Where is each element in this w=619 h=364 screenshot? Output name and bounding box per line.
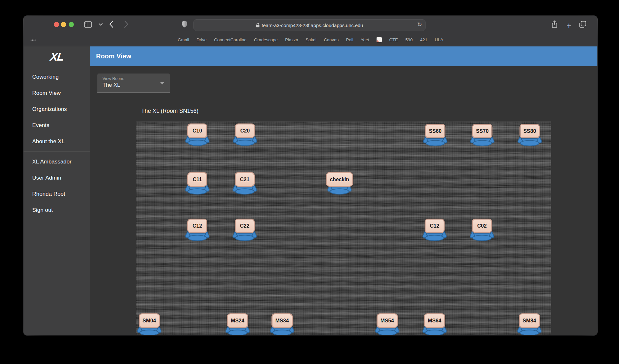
bookmark-item[interactable]: ConnectCarolina [214, 37, 247, 42]
bookmark-item[interactable]: Sakai [306, 37, 317, 42]
seat-sm04[interactable]: SM04 [136, 313, 165, 335]
seat-label: MS64 [424, 313, 445, 328]
seat-label: MS34 [271, 313, 293, 328]
bookmark-item[interactable]: 421 [420, 37, 427, 42]
seat-label: MS54 [377, 313, 398, 328]
seat-c21[interactable]: C21 [229, 172, 260, 195]
sidebar-item-sign-out[interactable]: Sign out [24, 202, 90, 218]
seat-c10[interactable]: C10 [182, 123, 213, 147]
sidebar-item-events[interactable]: Events [24, 117, 90, 133]
sidebar-item-room-view[interactable]: Room View [24, 85, 90, 101]
room-select-dropdown[interactable]: View Room: The XL [97, 74, 170, 93]
page-title: Room View [96, 53, 131, 60]
tab-overview-icon[interactable] [579, 21, 586, 28]
seat-c02[interactable]: C02 [467, 219, 497, 242]
nav-secondary: XL AmbassadorUser AdminRhonda RootSign o… [24, 154, 90, 218]
bookmark-item[interactable]: 590 [405, 37, 413, 42]
minimize-window-button[interactable] [61, 22, 66, 27]
bookmark-item[interactable]: CTE [389, 37, 398, 42]
seat-label: C02 [472, 219, 492, 233]
seat-label: SS80 [519, 124, 540, 138]
sidebar: XL CoworkingRoom ViewOrganizationsEvents… [24, 46, 90, 335]
back-button[interactable] [109, 21, 113, 28]
desktop: team-a3-comp423-23f.apps.cloudapps.unc.e… [0, 0, 619, 364]
seat-label: MS24 [227, 313, 248, 328]
browser-window: team-a3-comp423-23f.apps.cloudapps.unc.e… [24, 16, 597, 335]
room-map-title: The XL (Room SN156) [141, 108, 198, 114]
sidebar-item-organizations[interactable]: Organizations [24, 101, 90, 117]
nav-primary: CoworkingRoom ViewOrganizationsEventsAbo… [24, 69, 90, 150]
sidebar-item-xl-ambassador[interactable]: XL Ambassador [24, 154, 90, 170]
share-icon[interactable] [552, 20, 557, 28]
seat-label: SS70 [472, 124, 492, 138]
seat-label: C20 [235, 123, 255, 138]
seat-label: C12 [187, 219, 207, 233]
dropdown-arrow-icon [160, 82, 164, 84]
bookmark-item[interactable]: Canvas [324, 37, 339, 42]
seat-label: C10 [187, 123, 207, 138]
bookmark-item[interactable]: Poll [346, 37, 353, 42]
new-tab-button[interactable]: + [566, 21, 571, 31]
seat-label: C11 [187, 172, 207, 187]
sidebar-item-about-the-xl[interactable]: About the XL [24, 133, 90, 150]
seat-label: C21 [235, 172, 255, 187]
room-map: C10 C20 SS60 SS70 [136, 122, 551, 335]
seat-ss70[interactable]: SS70 [467, 124, 498, 147]
close-window-button[interactable] [54, 22, 59, 27]
toolbar: team-a3-comp423-23f.apps.cloudapps.unc.e… [24, 16, 597, 33]
bookmarks-bar-row: GmailDriveConnectCarolinaGradescopePiazz… [24, 33, 597, 46]
sidebar-item-user-admin[interactable]: User Admin [24, 170, 90, 186]
sidebar-item-rhonda-root[interactable]: Rhonda Root [24, 186, 90, 202]
bookmark-item[interactable]: Yeet [361, 37, 369, 42]
calendar-icon[interactable]: 17 [377, 37, 382, 42]
sidebar-nav: CoworkingRoom ViewOrganizationsEventsAbo… [24, 66, 90, 218]
reload-icon[interactable]: ↻ [417, 21, 422, 28]
url-text: team-a3-comp423-23f.apps.cloudapps.unc.e… [262, 23, 363, 28]
seat-label: SM04 [139, 313, 160, 328]
seat-label: SS60 [425, 124, 445, 138]
url-bar[interactable]: team-a3-comp423-23f.apps.cloudapps.unc.e… [193, 19, 426, 31]
bookmarks-bar: GmailDriveConnectCarolinaGradescopePiazz… [24, 37, 597, 42]
sidebar-toggle-icon[interactable] [84, 21, 92, 28]
seat-ms54[interactable]: MS54 [372, 313, 403, 335]
bookmark-item[interactable]: Drive [197, 37, 207, 42]
app-area: XL CoworkingRoom ViewOrganizationsEvents… [24, 46, 597, 335]
seat-checkin[interactable]: checkin [324, 172, 355, 195]
seat-c11[interactable]: C11 [182, 172, 213, 195]
seat-label: C22 [235, 219, 255, 233]
seat-c22[interactable]: C22 [229, 219, 260, 242]
bookmark-item[interactable]: Piazza [285, 37, 298, 42]
seat-ms24[interactable]: MS24 [222, 313, 253, 335]
page-header: Room View [90, 46, 597, 66]
bookmark-item[interactable]: Gradescope [254, 37, 278, 42]
seat-ss60[interactable]: SS60 [420, 124, 451, 147]
seat-label: C12 [425, 219, 445, 233]
seat-c20[interactable]: C20 [230, 123, 260, 147]
seat-sm84[interactable]: SM84 [514, 313, 545, 335]
seat-ms34[interactable]: MS34 [267, 313, 298, 335]
bookmark-item[interactable]: Gmail [178, 37, 189, 42]
room-select-value: The XL [103, 82, 165, 88]
seat-label: SM84 [519, 313, 540, 328]
room-select-label: View Room: [103, 76, 165, 81]
seat-label: checkin [326, 172, 353, 187]
lock-icon [256, 23, 260, 27]
sidebar-item-coworking[interactable]: Coworking [24, 69, 90, 85]
seat-ss80[interactable]: SS80 [514, 124, 545, 147]
zoom-window-button[interactable] [69, 22, 74, 27]
seat-ms64[interactable]: MS64 [419, 313, 450, 335]
xl-logo: XL [24, 49, 91, 66]
browser-chrome: team-a3-comp423-23f.apps.cloudapps.unc.e… [24, 16, 597, 46]
privacy-shield-icon[interactable] [182, 21, 187, 28]
seat-c12[interactable]: C12 [182, 219, 213, 242]
main-content: Room View View Room: The XL The XL (Room… [90, 46, 597, 335]
forward-button[interactable] [124, 21, 128, 28]
bookmark-item[interactable]: ULA [435, 37, 443, 42]
chevron-down-icon[interactable] [99, 23, 103, 26]
seat-c12[interactable]: C12 [419, 219, 450, 242]
nav-divider [24, 152, 90, 152]
